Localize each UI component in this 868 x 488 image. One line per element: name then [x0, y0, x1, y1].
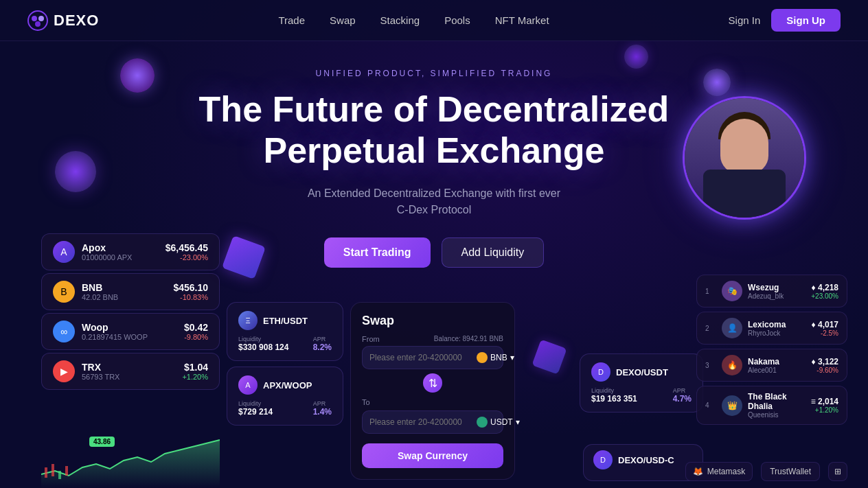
leader-item-3[interactable]: 3 🔥 Nakama Alece001 ♦ 3,122 -9.60%: [696, 349, 847, 382]
wallet-icon-btn[interactable]: ⊞: [828, 462, 847, 481]
blackdhalia-handle: Queenisis: [748, 411, 806, 419]
wsezug-score: ♦ 4,218 +23.00%: [811, 283, 838, 300]
hero-title-line2: Perpetual Exchange: [263, 130, 604, 170]
pool-eth-name: ETH/USDT: [263, 316, 308, 326]
woop-change: -9.80%: [184, 333, 208, 341]
nav-trade[interactable]: Trade: [278, 14, 305, 26]
swap-from-token[interactable]: BNB ▾: [477, 352, 514, 363]
swap-to-token-label: USDT: [490, 417, 513, 427]
swap-direction-button[interactable]: ⇅: [423, 373, 442, 393]
nav-pools[interactable]: Pools: [444, 14, 470, 26]
add-liquidity-button[interactable]: Add Liquidity: [442, 237, 545, 268]
logo[interactable]: DEXO: [27, 10, 99, 31]
trustwallet-wallet[interactable]: TrustWallet: [761, 462, 820, 481]
blackdhalia-name: The Black Dhalia: [748, 392, 806, 411]
wallet-row: 🦊 Metamask TrustWallet ⊞: [685, 462, 847, 481]
nav-swap[interactable]: Swap: [330, 14, 356, 26]
apox-amount: 01000000 APX: [82, 253, 159, 262]
woop-price-value: $0.42: [184, 322, 208, 333]
trx-price-value: $1.04: [182, 362, 208, 373]
leader-item-4[interactable]: 4 👑 The Black Dhalia Queenisis ≡ 2,014 +…: [696, 386, 847, 425]
woop-amount: 0.21897415 WOOP: [82, 333, 177, 341]
asset-row-woop[interactable]: ∞ Woop 0.21897415 WOOP $0.42 -9.80%: [41, 313, 220, 350]
from-chevron: ▾: [510, 353, 514, 362]
bnb-icon: B: [53, 281, 75, 303]
dexo-usdt-header: D DEXO/USDT: [591, 362, 692, 382]
nakama-info: Nakama Alece001: [748, 357, 806, 374]
swap-from-token-label: BNB: [490, 353, 507, 362]
woop-info: Woop 0.21897415 WOOP: [82, 322, 177, 341]
pool-eth-usdt[interactable]: Ξ ETH/USDT Liquidity $330 908 124 APR 8.…: [227, 302, 343, 361]
dexo-usdt-apr-value: 4.7%: [673, 394, 692, 404]
pool-list: Ξ ETH/USDT Liquidity $330 908 124 APR 8.…: [227, 302, 343, 431]
bnb-info: BNB 42.02 BNB: [82, 282, 166, 301]
woop-icon: ∞: [53, 321, 75, 342]
swap-currency-button[interactable]: Swap Currency: [362, 443, 503, 468]
apox-icon: A: [53, 241, 75, 263]
svg-rect-5: [52, 464, 54, 476]
avatar: [683, 96, 806, 220]
trx-price: $1.04 +1.20%: [182, 362, 208, 381]
wsezug-info: Wsezug Adezuq_blk: [748, 283, 806, 300]
dexo-usdc-name: DEXO/USD-C: [618, 455, 674, 465]
svg-point-3: [35, 21, 41, 27]
leader-item-2[interactable]: 2 👤 Lexicoma RhyroJock ♦ 4,017 -2.5%: [696, 312, 847, 345]
nakama-name: Nakama: [748, 357, 806, 367]
signin-button[interactable]: Sign In: [729, 14, 761, 26]
pool-dexo-usdt[interactable]: D DEXO/USDT Liquidity $19 163 351 APR 4.…: [580, 353, 703, 413]
dexo-usdc-icon: D: [593, 450, 613, 469]
apx-liq-label: Liquidity: [238, 400, 273, 407]
bnb-price: $456.10 -10.83%: [173, 282, 208, 301]
blackdhalia-score: ≡ 2,014 +1.20%: [811, 397, 838, 414]
dexo-usdc-header: D DEXO/USD-C: [593, 450, 693, 469]
usdt-token-dot: [477, 417, 488, 428]
nakama-score: ♦ 3,122 -9.60%: [812, 357, 839, 374]
swap-balance: Balance: 8942.91 BNB: [434, 335, 503, 343]
hero-title-line1: The Future of Decentralized: [199, 89, 670, 129]
metamask-wallet[interactable]: 🦊 Metamask: [685, 462, 753, 481]
dexo-usdt-icon: D: [591, 362, 610, 382]
lexicoma-score: ♦ 4,017 -2.5%: [812, 320, 839, 337]
leader-item-1[interactable]: 1 🎭 Wsezug Adezuq_blk ♦ 4,218 +23.00%: [696, 275, 847, 307]
bnb-name: BNB: [82, 282, 166, 293]
apx-apr-label: APR: [313, 400, 332, 407]
apx-pool-icon: A: [238, 375, 258, 395]
nav-nft[interactable]: NFT Market: [495, 14, 549, 26]
svg-point-2: [38, 16, 44, 21]
dexo-usdt-liq-value: $19 163 351: [591, 394, 637, 404]
nav-stacking[interactable]: Stacking: [380, 14, 420, 26]
rank-2: 2: [705, 325, 716, 332]
eth-liq-label: Liquidity: [238, 336, 288, 342]
bnb-price-value: $456.10: [173, 282, 208, 293]
swap-to-input[interactable]: [369, 417, 472, 427]
rank-4: 4: [705, 402, 716, 409]
pool-apx-header: A APX/WOOP: [238, 375, 332, 395]
swap-to-row[interactable]: USDT ▾: [362, 410, 503, 434]
asset-row-apox[interactable]: A Apox 01000000 APX $6,456.45 -23.00%: [41, 233, 220, 270]
swap-to-token[interactable]: USDT ▾: [477, 417, 520, 428]
wsezug-name: Wsezug: [748, 283, 806, 292]
asset-row-trx[interactable]: ▶ TRX 56793 TRX $1.04 +1.20%: [41, 353, 220, 390]
lexicoma-name: Lexicoma: [748, 320, 806, 329]
avatar-lexicoma: 👤: [722, 318, 742, 338]
swap-title: Swap: [362, 314, 503, 328]
nakama-handle: Alece001: [748, 367, 806, 374]
signup-button[interactable]: Sign Up: [771, 9, 841, 32]
avatar-body: [703, 170, 786, 218]
rank-1: 1: [705, 288, 716, 295]
trx-info: TRX 56793 TRX: [82, 362, 175, 381]
navbar-actions: Sign In Sign Up: [729, 9, 841, 32]
start-trading-button[interactable]: Start Trading: [324, 237, 431, 268]
swap-to-label: To: [362, 398, 370, 406]
avatar-wsezug: 🎭: [722, 281, 742, 301]
nakama-change: -9.60%: [812, 367, 839, 374]
swap-from-row[interactable]: BNB ▾: [362, 346, 503, 369]
svg-rect-7: [65, 466, 68, 476]
swap-from-input[interactable]: [369, 353, 472, 362]
eth-liq-value: $330 908 124: [238, 342, 288, 352]
navbar-nav: Trade Swap Stacking Pools NFT Market: [278, 14, 549, 26]
asset-row-bnb[interactable]: B BNB 42.02 BNB $456.10 -10.83%: [41, 273, 220, 310]
pool-apx-woop[interactable]: A APX/WOOP Liquidity $729 214 APR 1.4%: [227, 367, 343, 426]
pool-apx-stats: Liquidity $729 214 APR 1.4%: [238, 400, 332, 417]
svg-rect-6: [58, 471, 61, 479]
